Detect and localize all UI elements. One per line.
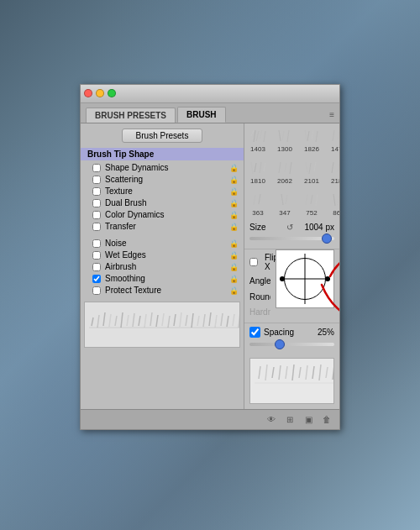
sidebar-item-shape-dynamics[interactable]: Shape Dynamics 🔒 — [81, 162, 244, 174]
shape-dynamics-checkbox[interactable] — [92, 164, 101, 172]
scattering-checkbox[interactable] — [92, 176, 101, 184]
tab-brush-presets[interactable]: BRUSH PRESETS — [86, 108, 176, 123]
svg-line-55 — [306, 162, 307, 172]
brush-num: 1826 — [304, 145, 319, 153]
brush-visual — [327, 160, 339, 176]
svg-line-38 — [316, 131, 318, 142]
sidebar-item-protect-texture[interactable]: Protect Texture 🔒 — [81, 285, 244, 296]
sidebar: Brush Presets Brush Tip Shape Shape Dyna… — [81, 123, 244, 409]
wet-edges-label: Wet Edges — [105, 250, 225, 260]
dual-brush-checkbox[interactable] — [92, 199, 101, 207]
sidebar-item-texture[interactable]: Texture 🔒 — [81, 186, 244, 197]
layout-icon[interactable]: ▣ — [301, 412, 316, 427]
airbrush-label: Airbrush — [105, 262, 225, 271]
svg-line-25 — [233, 314, 234, 326]
preview-svg — [85, 302, 239, 348]
brush-presets-button[interactable]: Brush Presets — [122, 129, 203, 143]
noise-label: Noise — [105, 239, 225, 248]
brush-thumb-2101[interactable]: 2101 — [298, 155, 325, 187]
spacing-slider-thumb[interactable] — [275, 339, 285, 349]
svg-line-91 — [306, 365, 307, 380]
brush-thumb-2062[interactable]: 2062 — [271, 155, 298, 187]
sidebar-item-smoothing[interactable]: Smoothing 🔒 — [81, 273, 244, 285]
lock-icon: 🔒 — [228, 239, 239, 249]
tab-menu[interactable]: ≡ — [329, 110, 334, 123]
brush-num: 1300 — [277, 145, 292, 153]
svg-line-48 — [251, 162, 253, 174]
svg-line-49 — [255, 163, 256, 172]
flip-x-checkbox[interactable] — [249, 258, 258, 266]
trash-icon[interactable]: 🗑 — [319, 412, 334, 427]
lightning-svg-9 — [301, 160, 323, 176]
transfer-label: Transfer — [105, 222, 225, 231]
tab-brush[interactable]: BRUSH — [177, 107, 226, 123]
svg-line-50 — [260, 162, 261, 173]
sidebar-item-wet-edges[interactable]: Wet Edges 🔒 — [81, 249, 244, 261]
brush-thumb-752[interactable]: 752 — [298, 187, 325, 219]
transfer-checkbox[interactable] — [92, 223, 101, 231]
svg-line-14 — [168, 316, 170, 328]
size-slider[interactable] — [249, 234, 334, 244]
dual-brush-label: Dual Brush — [105, 198, 225, 207]
sidebar-item-color-dynamics[interactable]: Color Dynamics 🔒 — [81, 209, 244, 221]
bottom-bar: 👁 ⊞ ▣ 🗑 — [81, 409, 339, 429]
brush-thumb-363[interactable]: 363 — [244, 187, 271, 219]
minimize-button[interactable] — [96, 89, 104, 97]
close-button[interactable] — [84, 89, 92, 97]
spacing-label: Spacing — [264, 328, 294, 337]
brush-thumb-869[interactable]: 869 — [325, 187, 339, 219]
svg-line-39 — [333, 130, 334, 141]
svg-line-33 — [282, 131, 284, 140]
spacing-slider[interactable] — [249, 339, 334, 349]
svg-line-16 — [180, 312, 181, 327]
flip-row: Flip X Flip Y — [249, 253, 270, 271]
angle-handle-left[interactable] — [280, 276, 285, 281]
brush-thumb-1476[interactable]: 1476 — [325, 123, 339, 155]
reset-size-button[interactable]: ↺ — [286, 223, 293, 232]
lock-icon: 🔒 — [228, 286, 239, 296]
svg-line-95 — [333, 365, 333, 380]
brush-thumb-1826[interactable]: 1826 — [298, 123, 325, 155]
texture-checkbox[interactable] — [92, 187, 101, 196]
angle-handle-right[interactable] — [325, 276, 330, 281]
svg-line-11 — [150, 312, 152, 326]
spacing-section: Spacing 25% — [244, 323, 339, 353]
svg-line-89 — [292, 365, 294, 380]
brush-thumb-1810[interactable]: 1810 — [244, 155, 271, 187]
lock-icon: 🔒 — [228, 198, 239, 208]
svg-line-52 — [279, 162, 281, 173]
brush-thumb-1403[interactable]: 1403 — [244, 123, 271, 155]
lock-icon: 🔒 — [228, 250, 239, 260]
airbrush-checkbox[interactable] — [92, 263, 101, 271]
brush-num: 752 — [306, 209, 317, 217]
smoothing-checkbox[interactable] — [92, 275, 101, 283]
maximize-button[interactable] — [108, 89, 116, 97]
svg-line-70 — [311, 195, 312, 204]
sidebar-section-title: Brush Tip Shape — [81, 148, 244, 160]
roundness-label: Roundness: — [249, 292, 270, 302]
eye-icon[interactable]: 👁 — [264, 412, 279, 427]
size-slider-thumb[interactable] — [322, 234, 332, 244]
brush-circle — [284, 258, 326, 300]
color-dynamics-checkbox[interactable] — [92, 211, 101, 219]
lock-icon: 🔒 — [228, 175, 239, 185]
protect-texture-checkbox[interactable] — [92, 286, 101, 295]
wet-edges-checkbox[interactable] — [92, 251, 101, 260]
brush-num: 1403 — [250, 145, 265, 153]
brush-num: 1810 — [250, 177, 265, 185]
sidebar-item-airbrush[interactable]: Airbrush 🔒 — [81, 261, 244, 273]
brush-num: 869 — [333, 209, 339, 217]
noise-checkbox[interactable] — [92, 239, 101, 248]
sidebar-item-dual-brush[interactable]: Dual Brush 🔒 — [81, 197, 244, 209]
grid-icon[interactable]: ⊞ — [282, 412, 297, 427]
brush-thumb-2180[interactable]: 2180 — [325, 155, 339, 187]
spacing-checkbox[interactable] — [249, 327, 260, 338]
sidebar-item-scattering[interactable]: Scattering 🔒 — [81, 174, 244, 186]
brush-thumb-347[interactable]: 347 — [271, 187, 298, 219]
brush-thumb-1300[interactable]: 1300 — [271, 123, 298, 155]
sidebar-item-noise[interactable]: Noise 🔒 — [81, 238, 244, 249]
menu-icon[interactable]: ≡ — [329, 110, 334, 119]
brush-num: 347 — [279, 209, 290, 217]
lightning-svg-2 — [274, 129, 296, 144]
sidebar-item-transfer[interactable]: Transfer 🔒 — [81, 221, 244, 233]
